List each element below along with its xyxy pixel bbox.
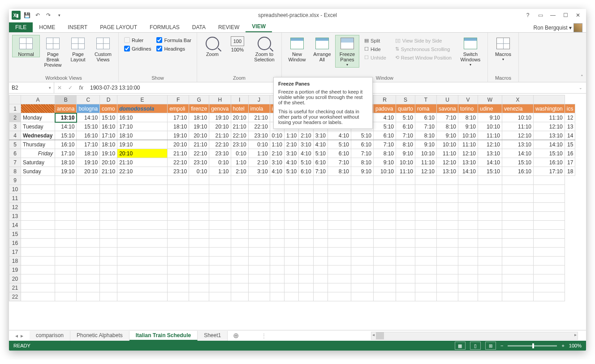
- row-header[interactable]: 5: [9, 140, 21, 149]
- cell[interactable]: [231, 274, 248, 283]
- cell[interactable]: [437, 230, 458, 239]
- cell[interactable]: 3:10: [248, 167, 270, 176]
- cell[interactable]: 7:10: [328, 158, 351, 167]
- cell[interactable]: [351, 239, 374, 248]
- cell[interactable]: [478, 185, 502, 194]
- cell[interactable]: [502, 257, 534, 266]
- cell[interactable]: 9:10: [437, 131, 458, 140]
- cell[interactable]: 16:10: [77, 131, 100, 140]
- cell[interactable]: [231, 292, 248, 301]
- cell[interactable]: [396, 176, 415, 185]
- row-header[interactable]: 12: [9, 203, 21, 212]
- cell[interactable]: [77, 239, 100, 248]
- cell[interactable]: [248, 212, 270, 221]
- cell[interactable]: [270, 185, 284, 194]
- cell[interactable]: [478, 257, 502, 266]
- cell[interactable]: [374, 274, 396, 283]
- cell[interactable]: 12:10: [478, 140, 502, 149]
- cell[interactable]: Monday: [21, 113, 55, 122]
- cell[interactable]: 8:10: [328, 167, 351, 176]
- cell[interactable]: 2:10: [299, 131, 313, 140]
- cell[interactable]: [270, 203, 284, 212]
- custom-views-button[interactable]: Custom Views: [91, 35, 115, 62]
- cell[interactable]: [502, 248, 534, 257]
- cell[interactable]: [328, 239, 351, 248]
- cell[interactable]: [299, 230, 313, 239]
- cell[interactable]: 0:10: [231, 149, 248, 158]
- cell[interactable]: [117, 221, 168, 230]
- cell[interactable]: [77, 266, 100, 274]
- cell[interactable]: [437, 185, 458, 194]
- cell[interactable]: [396, 248, 415, 257]
- user-avatar-icon[interactable]: [573, 23, 582, 32]
- cell[interactable]: [502, 185, 534, 194]
- cell[interactable]: [189, 203, 209, 212]
- cell[interactable]: [374, 176, 396, 185]
- cell[interactable]: [248, 185, 270, 194]
- cell[interactable]: 12:10: [458, 149, 478, 158]
- cell[interactable]: [437, 257, 458, 266]
- cell[interactable]: 16:10: [534, 158, 565, 167]
- cell[interactable]: [189, 283, 209, 292]
- cell[interactable]: [231, 283, 248, 292]
- column-header[interactable]: B: [55, 95, 77, 104]
- cell[interactable]: 17:10: [168, 113, 189, 122]
- cell[interactable]: 8:10: [374, 149, 396, 158]
- cell[interactable]: Saturday: [21, 158, 55, 167]
- cell[interactable]: [299, 221, 313, 230]
- cell[interactable]: 23:10: [168, 167, 189, 176]
- cell[interactable]: [351, 274, 374, 283]
- cell[interactable]: [77, 194, 100, 203]
- cell[interactable]: [313, 185, 328, 194]
- cell[interactable]: Thursday: [21, 140, 55, 149]
- column-header[interactable]: U: [437, 95, 458, 104]
- cell[interactable]: [168, 274, 189, 283]
- cell[interactable]: [299, 283, 313, 292]
- cell[interactable]: 17:10: [77, 140, 100, 149]
- cell[interactable]: [313, 248, 328, 257]
- cell[interactable]: [313, 283, 328, 292]
- cell[interactable]: 12:10: [502, 131, 534, 140]
- cell[interactable]: [437, 194, 458, 203]
- cell[interactable]: [374, 203, 396, 212]
- row-header[interactable]: 1: [9, 104, 21, 113]
- cell[interactable]: [374, 292, 396, 301]
- user-name[interactable]: Ron Bergquist ▾: [534, 25, 572, 31]
- cell[interactable]: [284, 212, 298, 221]
- cell[interactable]: [478, 248, 502, 257]
- cell[interactable]: 8:10: [396, 140, 415, 149]
- cell[interactable]: [458, 194, 478, 203]
- cell[interactable]: 9:10: [396, 149, 415, 158]
- cell[interactable]: [231, 212, 248, 221]
- cell[interactable]: [117, 239, 168, 248]
- split-button[interactable]: ▤ Split: [362, 37, 388, 44]
- cell[interactable]: [231, 257, 248, 266]
- cell[interactable]: [458, 185, 478, 194]
- cell[interactable]: [534, 257, 565, 266]
- cell[interactable]: [248, 283, 270, 292]
- cell[interactable]: 19:10: [117, 140, 168, 149]
- cell[interactable]: Wednesday: [21, 131, 55, 140]
- cell[interactable]: [478, 239, 502, 248]
- cell[interactable]: [478, 230, 502, 239]
- cell[interactable]: [478, 283, 502, 292]
- new-sheet-button[interactable]: ⊕: [228, 331, 244, 340]
- cell[interactable]: 2:10: [231, 167, 248, 176]
- zoom-level[interactable]: 100%: [569, 343, 582, 348]
- column-header[interactable]: C: [77, 95, 100, 104]
- cell[interactable]: [458, 176, 478, 185]
- cell[interactable]: 0:10: [248, 140, 270, 149]
- cell[interactable]: [189, 266, 209, 274]
- cell[interactable]: [189, 230, 209, 239]
- cell[interactable]: [415, 230, 437, 239]
- cell[interactable]: [502, 230, 534, 239]
- cell[interactable]: [21, 185, 55, 194]
- cell[interactable]: [21, 239, 55, 248]
- cell[interactable]: 23:10: [209, 149, 231, 158]
- cell[interactable]: [328, 230, 351, 239]
- cell[interactable]: [351, 203, 374, 212]
- cell[interactable]: 9:10: [351, 167, 374, 176]
- cell[interactable]: [502, 203, 534, 212]
- cell[interactable]: [534, 185, 565, 194]
- cell[interactable]: [55, 185, 77, 194]
